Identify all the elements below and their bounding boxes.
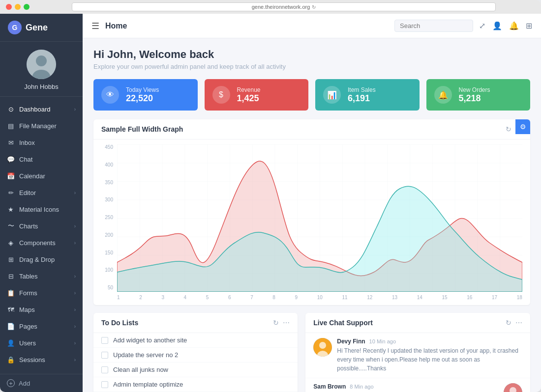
- todo-text: Update the server no 2: [113, 351, 178, 359]
- chat-body: Devy Finn 10 Min ago Hi There! Recently …: [337, 338, 522, 373]
- x-label: 14: [417, 295, 422, 300]
- nav-icon: 🗺: [7, 306, 15, 313]
- todo-title: To Do Lists: [101, 319, 273, 327]
- sidebar-profile: John Hobbs: [0, 42, 83, 97]
- nav-label: Calendar: [19, 172, 45, 180]
- apps-icon[interactable]: ⊞: [526, 21, 532, 30]
- chart-svg: [117, 144, 522, 294]
- sidebar-nav: ⊙ Dashboard › ▤ File Manager ✉ Inbox 💬 C…: [0, 97, 83, 374]
- add-nav-item[interactable]: + Add: [0, 374, 83, 392]
- sidebar-item-chat[interactable]: 💬 Chat: [0, 151, 83, 168]
- todo-refresh-icon[interactable]: ↻: [273, 319, 279, 327]
- sidebar-item-sessions[interactable]: 🔒 Sessions ›: [0, 351, 83, 368]
- x-label: 8: [272, 295, 275, 300]
- settings-button[interactable]: ⚙: [515, 119, 530, 134]
- chat-actions: ↻ ⋯: [506, 319, 522, 327]
- sidebar-item-forms[interactable]: 📋 Forms ›: [0, 284, 83, 301]
- y-label: 250: [101, 215, 113, 220]
- todo-checkbox[interactable]: [101, 366, 108, 373]
- stat-label: Item Sales: [348, 86, 376, 93]
- x-label: 4: [184, 295, 187, 300]
- chat-more-icon[interactable]: ⋯: [515, 319, 522, 327]
- list-item: Add widget to another site: [93, 333, 298, 348]
- dot-red[interactable]: [6, 4, 12, 10]
- x-label: 9: [295, 295, 298, 300]
- topbar-icons: ⤢ 👤 🔔 ⊞: [479, 21, 532, 30]
- sidebar-item-charts[interactable]: 〜 Charts ›: [0, 218, 83, 234]
- y-label: 100: [101, 267, 113, 273]
- chat-message: Sam Brown 8 Min ago Hi Devy,Can you plea…: [305, 378, 530, 392]
- expand-icon[interactable]: ⤢: [479, 21, 485, 30]
- nav-label: Pages: [19, 323, 37, 330]
- sidebar-item-calendar[interactable]: 📅 Calendar: [0, 168, 83, 184]
- stat-info: Today Views 22,520: [126, 86, 159, 104]
- stats-row: 👁 Today Views 22,520 $ Revenue 1,425 📊 I…: [93, 79, 530, 111]
- welcome-subtitle: Explore your own powerful admin panel an…: [93, 63, 530, 70]
- chat-header: Live Chat Support ↻ ⋯: [305, 313, 530, 333]
- todo-checkbox[interactable]: [101, 381, 108, 388]
- stat-icon: 👁: [101, 86, 119, 104]
- chevron-icon: ›: [74, 324, 76, 329]
- nav-icon: ✉: [7, 139, 15, 146]
- x-label: 13: [392, 295, 397, 300]
- chat-refresh-icon[interactable]: ↻: [506, 319, 511, 327]
- sidebar-item-inbox[interactable]: ✉ Inbox: [0, 134, 83, 151]
- y-label: 300: [101, 197, 113, 202]
- sidebar-item-drag-&-drop[interactable]: ⊞ Drag & Drop: [0, 251, 83, 268]
- stat-card-green: 🔔 New Orders 5,218: [426, 79, 531, 111]
- sidebar-item-dashboard[interactable]: ⊙ Dashboard ›: [0, 101, 83, 117]
- search-input[interactable]: [394, 20, 473, 32]
- profile-name: John Hobbs: [24, 83, 58, 90]
- logo-icon: G: [8, 21, 22, 34]
- x-label: 2: [139, 295, 142, 300]
- x-label: 11: [342, 295, 347, 300]
- chevron-icon: ›: [74, 190, 76, 196]
- nav-icon: 👤: [7, 339, 15, 347]
- stat-icon: $: [212, 86, 230, 104]
- menu-icon[interactable]: ☰: [91, 21, 99, 31]
- svg-point-5: [319, 342, 326, 349]
- y-label: 150: [101, 250, 113, 255]
- sidebar-item-maps[interactable]: 🗺 Maps ›: [0, 301, 83, 318]
- url-bar: gene.theironnetwork.org ↻: [72, 2, 496, 11]
- refresh-icon[interactable]: ↻: [312, 4, 316, 10]
- main-content: ☰ Home ⤢ 👤 🔔 ⊞ Hi John, Welcome back Exp…: [83, 14, 541, 392]
- dot-yellow[interactable]: [15, 4, 21, 10]
- graph-widget: Sample Full Width Graph ↻ ⋯ 450400350300…: [93, 119, 530, 305]
- x-label: 18: [517, 295, 522, 300]
- refresh-widget-icon[interactable]: ↻: [506, 125, 511, 133]
- dot-green[interactable]: [24, 4, 30, 10]
- user-icon[interactable]: 👤: [492, 21, 502, 30]
- x-label: 7: [250, 295, 253, 300]
- stat-card-red: $ Revenue 1,425: [205, 79, 309, 111]
- todo-text: Clean all junks now: [113, 366, 168, 373]
- topbar: ☰ Home ⤢ 👤 🔔 ⊞: [83, 14, 541, 38]
- sidebar-logo: G Gene: [0, 14, 83, 42]
- stat-value: 1,425: [237, 93, 261, 104]
- nav-icon: 〜: [7, 222, 15, 230]
- sidebar-item-tables[interactable]: ⊟ Tables ›: [0, 268, 83, 284]
- chevron-icon: ›: [74, 340, 76, 346]
- sidebar-item-file-manager[interactable]: ▤ File Manager: [0, 117, 83, 134]
- x-label: 12: [367, 295, 372, 300]
- logo-text: Gene: [26, 23, 48, 33]
- chevron-icon: ›: [74, 224, 76, 229]
- x-label: 17: [492, 295, 497, 300]
- sidebar-item-components[interactable]: ◈ Components ›: [0, 234, 83, 251]
- sidebar-item-pages[interactable]: 📄 Pages ›: [0, 318, 83, 335]
- chevron-icon: ›: [74, 290, 76, 296]
- stat-value: 22,520: [126, 93, 159, 104]
- notification-icon[interactable]: 🔔: [509, 21, 519, 30]
- todo-more-icon[interactable]: ⋯: [283, 319, 290, 327]
- todo-checkbox[interactable]: [101, 337, 108, 344]
- sidebar-item-material-icons[interactable]: ★ Material Icons: [0, 201, 83, 218]
- nav-label: Sessions: [19, 356, 45, 364]
- list-item: Clean all junks now: [93, 363, 298, 377]
- chat-avatar: [504, 383, 522, 392]
- chevron-icon: ›: [74, 240, 76, 246]
- sidebar-item-users[interactable]: 👤 Users ›: [0, 335, 83, 351]
- todo-checkbox[interactable]: [101, 352, 108, 359]
- nav-icon: ★: [7, 205, 15, 213]
- sidebar-item-editor[interactable]: ✏ Editor ›: [0, 184, 83, 201]
- chat-time: 10 Min ago: [369, 338, 396, 344]
